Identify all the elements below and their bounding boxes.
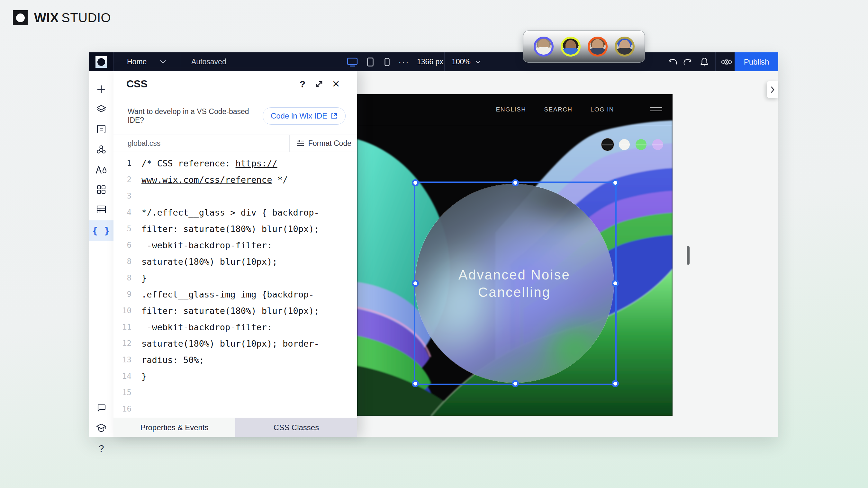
code-line[interactable]: 9.effect__glass-img img {backdrop- — [114, 286, 357, 303]
file-row: global.css Format Code — [114, 135, 357, 152]
app-header-brand: WIX STUDIO — [13, 10, 111, 25]
editor-window: Home Autosaved ··· 1366 px 100% — [89, 52, 778, 437]
code-line[interactable]: 5filter: saturate(180%) blur(10px); — [114, 221, 357, 237]
panel-bottom-tabs: Properties & Events CSS Classes — [114, 418, 357, 437]
preview-eye-button[interactable] — [718, 52, 735, 71]
selection-handle-top-right[interactable] — [612, 179, 619, 186]
code-line[interactable]: 16 — [114, 401, 357, 417]
comments-icon[interactable] — [89, 399, 114, 417]
chevron-down-icon[interactable] — [158, 52, 168, 71]
expand-icon[interactable] — [311, 77, 328, 91]
help-icon[interactable]: ? — [294, 77, 311, 91]
selection-outline — [414, 182, 617, 385]
connections-icon[interactable] — [89, 140, 114, 158]
selection-handle-bottom-center[interactable] — [512, 380, 519, 387]
learn-graduation-cap-icon[interactable] — [89, 419, 114, 437]
wix-logo-icon — [13, 10, 28, 25]
css-panel-title: CSS — [126, 78, 294, 90]
pages-icon[interactable] — [89, 120, 114, 138]
site-nav-login[interactable]: LOG IN — [591, 106, 614, 113]
product-color-swatches — [602, 139, 663, 150]
selection-handle-bottom-right[interactable] — [612, 380, 619, 387]
format-code-button[interactable]: Format Code — [289, 135, 357, 152]
selection-handle-bottom-left[interactable] — [412, 380, 419, 387]
tab-properties-events[interactable]: Properties & Events — [114, 418, 235, 437]
selection-handle-middle-right[interactable] — [612, 280, 619, 287]
autosave-status: Autosaved — [191, 52, 226, 71]
collaborator-avatar-1[interactable] — [534, 37, 554, 57]
zoom-level-dropdown[interactable]: 100% — [452, 52, 471, 71]
publish-button[interactable]: Publish — [735, 52, 778, 71]
color-swatch-black[interactable] — [602, 139, 613, 150]
collaborator-avatar-3[interactable] — [588, 37, 608, 57]
brand-title: WIX STUDIO — [34, 10, 111, 25]
code-line[interactable]: 15 — [114, 385, 357, 401]
tab-css-classes[interactable]: CSS Classes — [235, 418, 357, 437]
expand-right-panel-button[interactable] — [767, 81, 778, 98]
brand-title-light: STUDIO — [61, 10, 111, 25]
code-line[interactable]: 8} — [114, 270, 357, 286]
code-in-wix-ide-button[interactable]: Code in Wix IDE — [262, 107, 346, 125]
code-line[interactable]: 6 -webkit-backdrop-filter: — [114, 237, 357, 254]
device-tablet-button[interactable] — [365, 52, 376, 71]
site-styles-icon[interactable] — [89, 161, 114, 178]
layers-icon[interactable] — [89, 100, 114, 118]
close-icon[interactable]: ✕ — [328, 77, 344, 91]
more-breakpoints-button[interactable]: ··· — [398, 52, 409, 71]
selection-handle-top-center[interactable] — [512, 179, 519, 186]
file-name: global.css — [114, 135, 289, 152]
device-mobile-button[interactable] — [382, 52, 392, 71]
zoom-chevron-down-icon[interactable] — [474, 52, 482, 71]
page-selector[interactable]: Home — [127, 52, 147, 71]
canvas-width-value[interactable]: 1366 px — [417, 52, 443, 71]
site-preview-canvas[interactable]: ENGLISH SEARCH LOG IN Advanced Noise Can… — [357, 94, 673, 416]
ellipsis-icon: ··· — [398, 57, 409, 67]
site-nav: ENGLISH SEARCH LOG IN — [357, 94, 673, 125]
code-braces-icon[interactable]: { } — [89, 220, 114, 241]
collaborator-avatar-4[interactable] — [615, 37, 634, 57]
help-question-icon[interactable]: ? — [89, 440, 114, 457]
redo-button[interactable] — [681, 52, 694, 71]
cms-table-icon[interactable] — [89, 200, 114, 219]
code-link: https:// — [236, 158, 277, 168]
code-line[interactable]: 12saturate(180%) blur(10px); border- — [114, 335, 357, 352]
code-line[interactable]: 10filter: saturate(180%) blur(10px); — [114, 303, 357, 319]
wix-tile-icon — [95, 56, 107, 68]
brand-title-bold: WIX — [34, 10, 59, 25]
chevron-right-icon — [770, 86, 775, 93]
css-code-panel: CSS ? ✕ Want to develop in a VS Code-bas… — [114, 71, 357, 437]
selection-handle-top-left[interactable] — [412, 179, 419, 186]
color-swatch-green[interactable] — [636, 139, 647, 150]
notifications-bell-button[interactable] — [697, 52, 711, 71]
editor-left-sidebar: { } ? — [89, 71, 114, 437]
code-line[interactable]: 11 -webkit-backdrop-filter: — [114, 319, 357, 335]
selection-handle-middle-left[interactable] — [412, 280, 419, 287]
external-link-icon — [331, 112, 338, 120]
code-line[interactable]: 2www.wix.com/css/reference */ — [114, 171, 357, 188]
apps-grid-icon[interactable] — [89, 181, 114, 199]
color-swatch-purple[interactable] — [652, 139, 663, 150]
editor-toolbar: Home Autosaved ··· 1366 px 100% — [89, 52, 778, 71]
site-nav-language[interactable]: ENGLISH — [496, 106, 526, 113]
device-desktop-button[interactable] — [345, 52, 360, 71]
add-elements-plus-icon[interactable] — [89, 80, 114, 98]
code-line[interactable]: 3 — [114, 188, 357, 204]
code-line[interactable]: 13radius: 50%; — [114, 352, 357, 368]
code-line[interactable]: 8saturate(180%) blur(10px); — [114, 254, 357, 270]
canvas-scrollbar[interactable] — [687, 246, 689, 265]
code-link: www.wix.com/css/reference — [142, 175, 272, 185]
code-line[interactable]: 1/* CSS reference: https:// — [114, 155, 357, 171]
ide-prompt-text: Want to develop in a VS Code-based IDE? — [128, 107, 256, 125]
format-code-icon — [296, 140, 305, 147]
css-panel-header: CSS ? ✕ — [114, 71, 357, 97]
undo-button[interactable] — [666, 52, 679, 71]
code-editor[interactable]: 1/* CSS reference: https:// 2www.wix.com… — [114, 152, 357, 418]
code-line[interactable]: 14} — [114, 368, 357, 385]
collaborator-avatar-2[interactable] — [561, 37, 581, 57]
ide-promo-row: Want to develop in a VS Code-based IDE? … — [114, 97, 357, 135]
page-selector-label: Home — [127, 58, 147, 66]
color-swatch-white[interactable] — [619, 139, 630, 150]
code-line[interactable]: 4*/.effect__glass > div { backdrop- — [114, 204, 357, 221]
site-nav-search[interactable]: SEARCH — [544, 106, 572, 113]
editor-home-logo-button[interactable] — [89, 52, 114, 71]
